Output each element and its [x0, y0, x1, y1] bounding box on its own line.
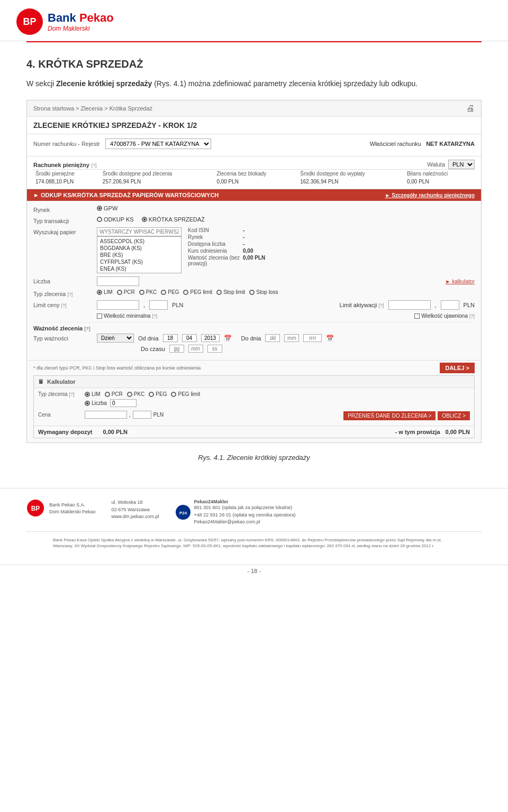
limit-ceny-input[interactable] [97, 300, 139, 310]
form-title: ZLECENIE KRÓTKIEJ SPRZEDAŻY - KROK 1/2 [27, 117, 481, 134]
transaction-krotka-radio[interactable]: KRÓTKA SPRZEDAŻ [142, 216, 205, 223]
bank-sub: Dom Maklerski [48, 25, 114, 32]
footer-bank-icon: BP [26, 499, 45, 518]
limit-ceny-label: Limit ceny [?] [33, 300, 97, 308]
typ-stoploss-radio[interactable]: Stop loss [249, 289, 278, 295]
svg-text:P24: P24 [179, 511, 187, 515]
typ-waznosci-select[interactable]: Dzień [97, 334, 134, 343]
account-label: Numer rachunku - Rejestr [33, 141, 100, 147]
kalk-lim-radio[interactable]: LIM [85, 391, 101, 397]
red-section-header: ► ODKUP KS/KRÓTKA SPRZEDAŻ PAPIERÓW WART… [27, 189, 481, 201]
bank-logo-icon: BP [16, 8, 43, 35]
search-paper-row: Wyszukaj papier ASSECOPOL (KS) BOGDANKA … [33, 227, 475, 273]
kalkulator-link[interactable]: ► kalkulator [446, 279, 475, 284]
list-item[interactable]: ENEA (KS) [98, 265, 180, 272]
typ-pkc-radio[interactable]: PKC [139, 289, 157, 295]
od-dnia-cal-icon[interactable]: 📅 [224, 335, 232, 342]
page-header: BP Bank Pekao Dom Maklerski [0, 0, 508, 42]
typ-peglimit-radio[interactable]: PEG limit [183, 289, 212, 295]
footer-logo: BP Bank Pekao S.A. Dom Maklerski Pekao [26, 499, 96, 518]
list-item[interactable]: ASSECOPOL (KS) [98, 238, 180, 245]
footer-company-sub: Dom Maklerski Pekao [49, 509, 96, 515]
od-dnia-day-input[interactable] [163, 334, 178, 342]
kalkulator-section: 🖩 Kalkulator Typ zlecenia [?] LIM PCR [33, 375, 475, 438]
search-paper-input[interactable] [97, 227, 182, 236]
typ-peg-radio[interactable]: PEG [161, 289, 179, 295]
print-icon[interactable]: 🖨 [466, 104, 475, 113]
svg-text:BP: BP [31, 505, 40, 512]
typ-stoplimit-radio[interactable]: Stop limit [216, 289, 245, 295]
do-dnia-year-input[interactable] [303, 334, 322, 342]
od-dnia-year-input[interactable] [201, 334, 220, 342]
figure-caption: Rys. 4.1. Zlecenie krótkiej sprzedaży [26, 454, 482, 462]
kalk-peg-radio[interactable]: PEG [149, 391, 167, 397]
typ-waznosci-label: Typ ważności [33, 334, 97, 342]
limit-row: Limit ceny [?] , PLN Limit aktywacji [?] [33, 300, 475, 310]
money-account-help[interactable]: [?] [91, 163, 96, 168]
limit-ceny-decimal[interactable] [149, 300, 168, 310]
kalk-cena-decimal[interactable] [133, 411, 151, 419]
page-number: - 18 - [0, 565, 508, 577]
do-dnia-cal-icon[interactable]: 📅 [326, 335, 334, 342]
intro-paragraph: W sekcji Zlecenie krótkiej sprzedaży (Ry… [26, 78, 482, 89]
depozyt-label: Wymagany depozyt [38, 429, 93, 435]
breadcrumb: Strona startowa > Zlecenia > Krótka Sprz… [27, 100, 481, 117]
money-table: Środki pieniężne Środki dostępne pod zle… [33, 169, 475, 186]
footer-pekao24-col: P24 Pekao24Makler 801 301 601 (opłata ja… [175, 499, 296, 526]
list-item[interactable]: BRE (KS) [98, 252, 180, 259]
liczba-row: Liczba ► kalkulator [33, 276, 475, 286]
logo-container: BP Bank Pekao Dom Maklerski [16, 8, 492, 35]
wielkosc-ujawniona-checkbox[interactable]: Wielkość ujawniona [?] [414, 313, 475, 319]
kalk-typ-label: Typ zlecenia [?] [38, 391, 80, 397]
do-czasu-ss-input[interactable] [207, 345, 222, 353]
money-section: Rachunek pieniężny [?] Waluta PLN Środki… [27, 156, 481, 189]
kalk-pcr-radio[interactable]: PCR [105, 391, 123, 397]
depozyt-row: Wymagany depozyt 0,00 PLN - w tym prowiz… [34, 426, 474, 438]
bank-name: Bank Pekao [48, 11, 114, 25]
paper-list[interactable]: ASSECOPOL (KS) BOGDANKA (KS) BRE (KS) CY… [97, 236, 182, 273]
limit-aktywacji-decimal[interactable] [441, 300, 459, 310]
typ-pcr-radio[interactable]: PCR [117, 289, 135, 295]
col-header-2: Środki dostępne pod zlecenia [101, 170, 215, 178]
search-paper-label: Wyszukaj papier [33, 227, 97, 235]
wielkosc-min-checkbox[interactable]: Wielkość minimalna [?] [97, 313, 157, 319]
do-dnia-day-input[interactable] [265, 334, 280, 342]
dalej-button[interactable]: DALEJ > [440, 363, 475, 373]
od-dnia-month-input[interactable] [182, 334, 197, 342]
kalk-liczba-radio[interactable]: Liczba [85, 400, 107, 406]
oblicz-button[interactable]: OBLICZ > [438, 411, 470, 420]
typ-zlecenia-label: Typ zlecenia [?] [33, 289, 97, 297]
list-item[interactable]: CYFRPLSAT (KS) [98, 259, 180, 265]
details-link[interactable]: ► Szczegóły rachunku pieniężnego [385, 192, 475, 198]
typ-lim-radio[interactable]: LIM [97, 289, 113, 295]
kalk-cena-input[interactable] [85, 411, 127, 419]
money-val-1: 174.088,10 PLN [33, 178, 101, 186]
form-screenshot-container: Strona startowa > Zlecenia > Krótka Sprz… [26, 100, 482, 443]
footer-contact: 801 301 601 (opłata jak za połączenie lo… [194, 504, 296, 526]
do-czasu-gg-input[interactable] [169, 345, 184, 353]
typ-zlecenia-row: Typ zlecenia [?] LIM PCR PKC [33, 289, 475, 297]
do-czasu-mm-input[interactable] [188, 345, 203, 353]
do-dnia-month-input[interactable] [284, 334, 299, 342]
rynek-gpw-radio[interactable]: GPW [97, 205, 117, 211]
limit-aktywacji-label: Limit aktywacji [?] [340, 302, 384, 308]
list-item[interactable]: EUROCASH (KS) [98, 272, 180, 273]
limit-aktywacji-input[interactable] [388, 300, 431, 310]
liczba-input[interactable] [97, 276, 139, 286]
kalk-pkc-radio[interactable]: PKC [127, 391, 145, 397]
kalk-cena-row: Cena , PLN PRZENIEŚ DANE DO ZLECENIA > O… [38, 409, 470, 420]
account-select[interactable]: 47008776 - PW NET KATARZYNA [105, 139, 211, 149]
list-item[interactable]: BOGDANKA (KS) [98, 245, 180, 252]
kalk-peglimit-radio[interactable]: PEG limit [171, 391, 200, 397]
transaction-odkup-radio[interactable]: ODKUP KS [97, 216, 134, 223]
money-val-2: 257.206,94 PLN [101, 178, 215, 186]
footer-company: Bank Pekao S.A. [49, 502, 96, 509]
prowizja-label: - w tym prowizja [395, 429, 440, 435]
depozyt-value: 0,00 PLN [103, 429, 128, 435]
przenies-button[interactable]: PRZENIEŚ DANE DO ZLECENIA > [343, 411, 436, 420]
currency-select[interactable]: PLN [448, 160, 475, 169]
kalk-liczba-input[interactable] [110, 399, 137, 407]
section-title: 4. KRÓTKA SPRZEDAŻ [26, 58, 482, 70]
money-val-5: 0,00 PLN [405, 178, 475, 186]
footer-legal: Bank Pekao Kasa Opieki Spółka Akcyjna z … [26, 537, 482, 554]
